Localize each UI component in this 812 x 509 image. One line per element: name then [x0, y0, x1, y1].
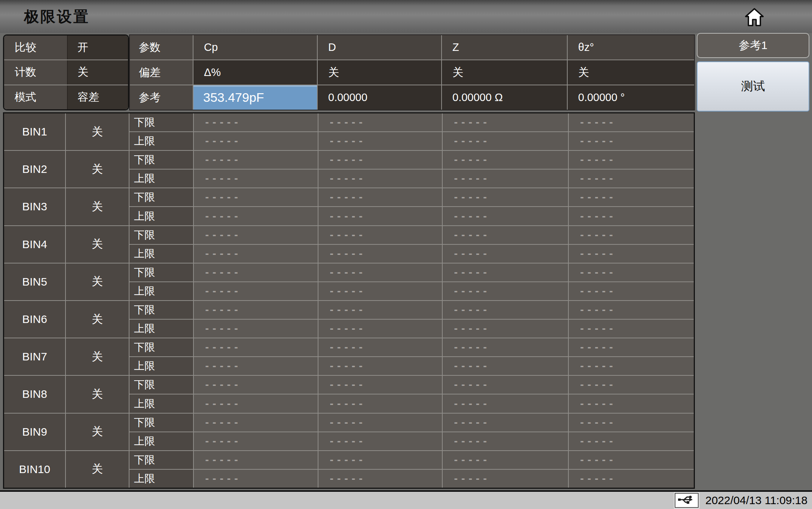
limit-value-cell[interactable]: ----- — [569, 301, 694, 319]
limit-value-cell[interactable]: ----- — [318, 301, 442, 319]
limit-value-cell[interactable]: ----- — [194, 170, 318, 188]
limit-value-cell[interactable]: ----- — [443, 320, 568, 338]
limit-value-cell[interactable]: ----- — [194, 470, 318, 488]
limit-value-cell[interactable]: ----- — [443, 245, 568, 263]
limit-value-cell[interactable]: ----- — [443, 132, 568, 150]
limit-value-cell[interactable]: ----- — [443, 151, 568, 169]
limit-value-cell[interactable]: ----- — [569, 376, 694, 394]
limit-value-cell[interactable]: ----- — [569, 451, 694, 469]
limit-value-cell[interactable]: ----- — [443, 357, 568, 375]
limit-value-cell[interactable]: ----- — [569, 207, 694, 225]
limit-value-cell[interactable]: ----- — [194, 301, 318, 319]
limit-value-cell[interactable]: ----- — [569, 338, 694, 356]
limit-value-cell[interactable]: ----- — [443, 338, 568, 356]
limit-value-cell[interactable]: ----- — [194, 207, 318, 225]
bin-state[interactable]: 关 — [66, 301, 129, 338]
limit-value-cell[interactable]: ----- — [318, 451, 442, 469]
limit-value-cell[interactable]: ----- — [194, 376, 318, 394]
limit-value-cell[interactable]: ----- — [318, 357, 442, 375]
limit-value-cell[interactable]: ----- — [194, 151, 318, 169]
reference-d-field[interactable]: 0.00000 — [318, 85, 441, 110]
bin-state[interactable]: 关 — [66, 451, 129, 488]
mode-value[interactable]: 容差 — [67, 85, 128, 109]
limit-value-cell[interactable]: ----- — [569, 151, 694, 169]
limit-value-cell[interactable]: ----- — [443, 451, 568, 469]
count-value[interactable]: 关 — [67, 60, 128, 84]
limit-value-cell[interactable]: ----- — [318, 414, 442, 432]
bin-state[interactable]: 关 — [66, 226, 129, 263]
limit-value-cell[interactable]: ----- — [318, 376, 442, 394]
bin-state[interactable]: 关 — [66, 113, 129, 150]
bin-state[interactable]: 关 — [66, 263, 129, 300]
limit-value-cell[interactable]: ----- — [443, 113, 568, 131]
bin-state[interactable]: 关 — [66, 376, 129, 412]
limit-value-cell[interactable]: ----- — [569, 188, 694, 206]
test-button[interactable]: 测试 — [697, 61, 809, 112]
limit-value-cell[interactable]: ----- — [318, 132, 442, 150]
limit-value-cell[interactable]: ----- — [318, 188, 442, 206]
limit-value-cell[interactable]: ----- — [443, 170, 568, 188]
reference-z-field[interactable]: 0.00000 Ω — [442, 85, 567, 110]
reference-cp-field[interactable]: 353.479pF — [193, 85, 317, 110]
bin-state[interactable]: 关 — [66, 188, 129, 225]
limit-value-cell[interactable]: ----- — [194, 188, 318, 206]
limit-value-cell[interactable]: ----- — [194, 394, 318, 412]
limit-value-cell[interactable]: ----- — [318, 282, 442, 300]
param-d-cell[interactable]: D — [318, 35, 441, 60]
limit-value-cell[interactable]: ----- — [569, 226, 694, 244]
limit-value-cell[interactable]: ----- — [443, 414, 568, 432]
param-theta-cell[interactable]: θz° — [568, 35, 694, 60]
param-z-cell[interactable]: Z — [442, 35, 567, 60]
limit-value-cell[interactable]: ----- — [569, 357, 694, 375]
limit-value-cell[interactable]: ----- — [194, 320, 318, 338]
limit-value-cell[interactable]: ----- — [318, 113, 442, 131]
limit-value-cell[interactable]: ----- — [443, 263, 568, 281]
limit-value-cell[interactable]: ----- — [318, 151, 442, 169]
limit-value-cell[interactable]: ----- — [569, 170, 694, 188]
limit-value-cell[interactable]: ----- — [318, 470, 442, 488]
limit-value-cell[interactable]: ----- — [194, 432, 318, 450]
reference-theta-field[interactable]: 0.00000 ° — [568, 85, 694, 110]
limit-value-cell[interactable]: ----- — [569, 432, 694, 450]
param-cp-cell[interactable]: Cp — [193, 35, 317, 60]
limit-value-cell[interactable]: ----- — [569, 320, 694, 338]
bin-state[interactable]: 关 — [66, 414, 129, 450]
deviation-theta-cell[interactable]: 关 — [568, 60, 694, 85]
limit-value-cell[interactable]: ----- — [569, 132, 694, 150]
limit-value-cell[interactable]: ----- — [443, 432, 568, 450]
limit-value-cell[interactable]: ----- — [443, 207, 568, 225]
limit-value-cell[interactable]: ----- — [318, 338, 442, 356]
limit-value-cell[interactable]: ----- — [443, 188, 568, 206]
limit-value-cell[interactable]: ----- — [194, 245, 318, 263]
limit-value-cell[interactable]: ----- — [318, 320, 442, 338]
limit-value-cell[interactable]: ----- — [194, 451, 318, 469]
limit-value-cell[interactable]: ----- — [318, 432, 442, 450]
limit-value-cell[interactable]: ----- — [194, 338, 318, 356]
limit-value-cell[interactable]: ----- — [443, 394, 568, 412]
deviation-z-cell[interactable]: 关 — [442, 60, 567, 85]
limit-value-cell[interactable]: ----- — [194, 132, 318, 150]
deviation-d-cell[interactable]: 关 — [318, 60, 441, 85]
limit-value-cell[interactable]: ----- — [443, 376, 568, 394]
limit-value-cell[interactable]: ----- — [194, 113, 318, 131]
home-button[interactable] — [743, 6, 766, 29]
compare-value[interactable]: 开 — [67, 36, 128, 60]
limit-value-cell[interactable]: ----- — [569, 394, 694, 412]
limit-value-cell[interactable]: ----- — [318, 170, 442, 188]
limit-value-cell[interactable]: ----- — [318, 207, 442, 225]
limit-value-cell[interactable]: ----- — [569, 245, 694, 263]
limit-value-cell[interactable]: ----- — [194, 414, 318, 432]
limit-value-cell[interactable]: ----- — [443, 470, 568, 488]
tab-reference-1[interactable]: 参考1 — [697, 33, 809, 58]
limit-value-cell[interactable]: ----- — [318, 226, 442, 244]
limit-value-cell[interactable]: ----- — [318, 245, 442, 263]
deviation-cp-cell[interactable]: Δ% — [193, 60, 317, 85]
limit-value-cell[interactable]: ----- — [194, 263, 318, 281]
limit-value-cell[interactable]: ----- — [318, 263, 442, 281]
limit-value-cell[interactable]: ----- — [443, 301, 568, 319]
limit-value-cell[interactable]: ----- — [569, 414, 694, 432]
limit-value-cell[interactable]: ----- — [569, 470, 694, 488]
limit-value-cell[interactable]: ----- — [443, 282, 568, 300]
limit-value-cell[interactable]: ----- — [443, 226, 568, 244]
limit-value-cell[interactable]: ----- — [318, 394, 442, 412]
